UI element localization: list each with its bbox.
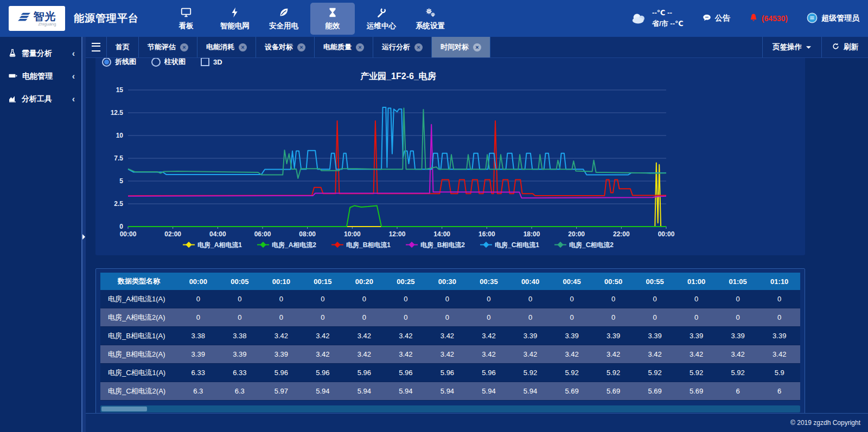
nav-item-6[interactable]: 系统设置 — [408, 3, 452, 35]
sidebar-item-2[interactable]: 电能管理‹ — [0, 65, 81, 88]
tab-6[interactable]: 运行分析× — [373, 37, 432, 57]
nav-item-5[interactable]: 运维中心 — [359, 3, 404, 35]
nav-items: 看板智能电网安全用电能效运维中心系统设置 — [164, 3, 452, 35]
refresh-icon — [832, 42, 840, 52]
row-value: 0 — [219, 290, 261, 308]
x-axis-tick-label: 20:00 — [568, 230, 585, 238]
row-value: 0 — [592, 308, 634, 327]
x-axis-tick-label: 00:00 — [658, 230, 675, 238]
row-value: 5.92 — [551, 364, 593, 382]
row-value: 0 — [177, 290, 219, 308]
sidebar-item-1[interactable]: 需量分析‹ — [0, 42, 81, 65]
tab-operations-label: 页签操作 — [773, 42, 802, 52]
x-axis-tick-label: 00:00 — [120, 230, 137, 238]
legend-item-4[interactable]: 电房_B相电流2 — [406, 241, 465, 250]
nav-item-4[interactable]: 能效 — [310, 3, 355, 35]
nav-item-1[interactable]: 看板 — [164, 3, 208, 35]
close-icon[interactable]: × — [239, 43, 247, 51]
legend-marker-icon — [554, 242, 566, 249]
chart-legend: 电房_A相电流1电房_A相电流2电房_B相电流1电房_B相电流2电房_C相电流1… — [102, 241, 694, 250]
row-value: 3.42 — [385, 327, 427, 345]
tab-operations-button[interactable]: 页签操作 — [762, 37, 821, 57]
app-window: 智光 Zhiguang 能源管理平台 看板智能电网安全用电能效运维中心系统设置 … — [0, 0, 868, 432]
legend-item-5[interactable]: 电房_C相电流1 — [480, 241, 539, 250]
table-header-time: 00:10 — [260, 273, 302, 290]
legend-item-6[interactable]: 电房_C相电流2 — [554, 241, 614, 250]
notice-button[interactable]: 公告 — [702, 13, 730, 24]
row-value: 0 — [675, 290, 717, 308]
table-header-name: 数据类型名称 — [100, 273, 177, 290]
horizontal-scrollbar[interactable] — [100, 405, 800, 412]
nav-item-3[interactable]: 安全用电 — [261, 3, 306, 35]
chart-type-radio-1[interactable]: 折线图 — [102, 58, 136, 67]
nav-item-2[interactable]: 智能电网 — [213, 3, 257, 35]
alarm-button[interactable]: (64530) — [749, 13, 788, 24]
chevron-left-icon: ‹ — [72, 72, 75, 81]
row-value: 3.42 — [634, 345, 676, 364]
close-icon[interactable]: × — [297, 43, 305, 51]
row-value: 3.39 — [219, 345, 261, 364]
row-label: 电房_A相电流2(A) — [100, 308, 177, 327]
legend-label: 电房_A相电流1 — [197, 241, 242, 250]
legend-item-3[interactable]: 电房_B相电流1 — [331, 241, 391, 250]
sidebar-item-3[interactable]: 分析工具‹ — [0, 88, 81, 111]
chart-type-radio-2[interactable]: 柱状图 — [151, 58, 186, 67]
legend-item-1[interactable]: 电房_A相电流1 — [183, 241, 242, 250]
legend-item-2[interactable]: 电房_A相电流2 — [257, 241, 316, 250]
row-label: 电房_A相电流1(A) — [100, 290, 177, 308]
weather-region: 省/市 --℃ — [652, 18, 684, 29]
row-value: 3.42 — [426, 327, 468, 345]
row-value: 5.92 — [509, 364, 551, 382]
close-icon[interactable]: × — [180, 43, 188, 51]
table-row-2: 电房_A相电流2(A)000000000000000 — [100, 308, 800, 327]
tab-7[interactable]: 时间对标× — [432, 37, 490, 57]
nav-item-label: 安全用电 — [269, 21, 298, 31]
scrollbar-thumb[interactable] — [101, 407, 147, 411]
close-icon[interactable]: × — [356, 43, 364, 51]
row-value: 5.92 — [717, 364, 759, 382]
row-value: 5.96 — [260, 364, 302, 382]
close-icon[interactable]: × — [473, 43, 481, 51]
tab-3[interactable]: 电能消耗× — [197, 37, 256, 57]
row-value: 3.42 — [717, 345, 759, 364]
user-menu[interactable]: 超级管理员 — [806, 12, 859, 25]
cloud-icon — [630, 11, 648, 26]
radio-label: 折线图 — [115, 58, 136, 67]
hamburger-icon — [92, 43, 100, 51]
row-value: 3.42 — [343, 327, 385, 345]
table-header-row: 数据类型名称00:0000:0500:1000:1500:2000:2500:3… — [100, 273, 800, 290]
tab-menu-button[interactable] — [86, 37, 107, 57]
table-header-time: 00:55 — [634, 273, 676, 290]
logo-text-en: Zhiguang — [34, 22, 56, 27]
tab-1[interactable]: 首页 — [107, 37, 139, 57]
legend-label: 电房_B相电流1 — [346, 241, 391, 250]
collapse-arrow-icon[interactable] — [82, 234, 85, 240]
refresh-button[interactable]: 刷新 — [821, 37, 868, 57]
chart-3d-checkbox[interactable]: 3D — [201, 58, 222, 66]
flask-icon — [8, 49, 17, 59]
weather-temp: --℃ -- — [652, 8, 684, 18]
hourglass-icon — [327, 6, 339, 19]
line-chart: 02.557.51012.51500:0002:0004:0006:0008:0… — [102, 82, 694, 241]
row-value: 3.42 — [468, 345, 510, 364]
y-axis-tick-label: 5 — [119, 177, 123, 185]
close-icon[interactable]: × — [414, 43, 423, 51]
row-value: 3.42 — [260, 327, 302, 345]
row-value: 0 — [343, 290, 385, 308]
legend-marker-icon — [331, 242, 343, 249]
row-label: 电房_B相电流2(A) — [100, 345, 177, 364]
navbar-right: --℃ -- 省/市 --℃ 公告 — [630, 8, 859, 29]
row-value: 3.42 — [426, 345, 468, 364]
tab-4[interactable]: 设备对标× — [256, 37, 315, 57]
row-value: 5.96 — [468, 364, 510, 382]
row-value: 0 — [177, 308, 219, 327]
tab-label: 运行分析 — [382, 42, 410, 52]
row-value: 5.69 — [634, 382, 676, 401]
nav-item-label: 系统设置 — [416, 21, 445, 31]
table-row-1: 电房_A相电流1(A)000000000000000 — [100, 290, 800, 308]
tab-5[interactable]: 电能质量× — [315, 37, 373, 57]
tab-2[interactable]: 节能评估× — [139, 37, 197, 57]
row-value: 0 — [675, 308, 717, 327]
x-axis-tick-label: 16:00 — [478, 230, 495, 238]
alarm-count: (64530) — [762, 14, 788, 23]
